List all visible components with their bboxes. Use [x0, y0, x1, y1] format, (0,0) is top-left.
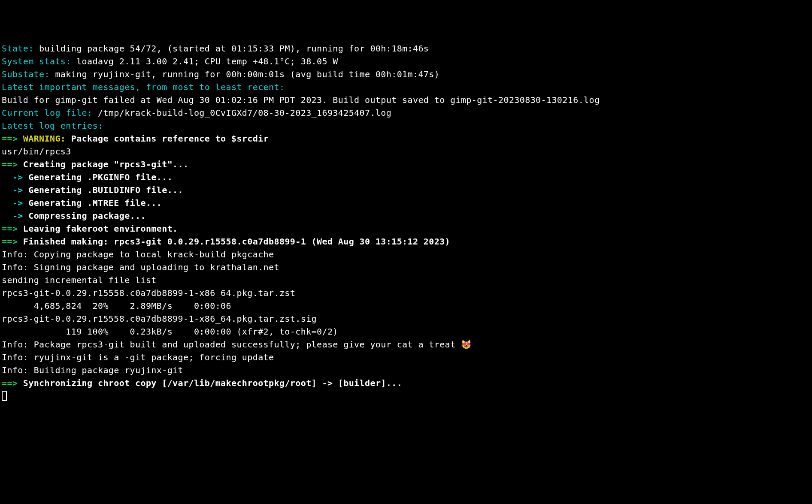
sending-list: sending incremental file list — [2, 275, 157, 285]
cursor-icon — [2, 391, 7, 401]
compressing: Compressing package... — [23, 211, 146, 221]
warning-text: Package contains reference to $srcdir — [66, 133, 269, 144]
creating-package: Creating package "rpcs3-git"... — [18, 159, 188, 169]
srcdir-file: usr/bin/rpcs3 — [2, 146, 71, 157]
current-log-file-label: Current log file: — [2, 108, 93, 118]
info-building: Info: Building package ryujinx-git — [2, 365, 183, 375]
system-stats-value: loadavg 2.11 3.00 2.41; CPU temp +48.1°C… — [71, 56, 338, 66]
arrow-icon: ==> — [2, 223, 18, 234]
gen-pkginfo: Generating .PKGINFO file... — [23, 172, 173, 182]
latest-important-label: Latest important messages, from most to … — [2, 82, 285, 92]
system-stats-label: System stats: — [2, 56, 71, 66]
state-value: building package 54/72, (started at 01:1… — [34, 43, 429, 54]
finished-making: Finished making: rpcs3-git 0.0.29.r15558… — [18, 236, 450, 247]
substate-value: making ryujinx-git, running for 00h:00m:… — [50, 69, 439, 79]
info-signing: Info: Signing package and uploading to k… — [2, 262, 279, 272]
fail-message: Build for gimp-git failed at Wed Aug 30 … — [2, 95, 600, 105]
sub-arrow-icon: -> — [2, 198, 23, 208]
arrow-icon: ==> — [2, 236, 18, 247]
sub-arrow-icon: -> — [2, 211, 23, 221]
state-label: State: — [2, 43, 34, 54]
cat-emoji-icon: 😻 — [461, 339, 472, 350]
terminal-output: State: building package 54/72, (started … — [2, 42, 810, 402]
rsync-file-2-stats: 119 100% 0.23kB/s 0:00:00 (xfr#2, to-chk… — [2, 326, 338, 337]
warning-label: WARNING: — [18, 133, 66, 144]
info-copying: Info: Copying package to local krack-bui… — [2, 249, 274, 260]
info-ryujinx-git: Info: ryujinx-git is a -git package; for… — [2, 352, 274, 362]
arrow-icon: ==> — [2, 133, 18, 144]
substate-label: Substate: — [2, 69, 50, 79]
rsync-file-1-stats: 4,685,824 20% 2.89MB/s 0:00:06 — [2, 301, 231, 311]
rsync-file-1: rpcs3-git-0.0.29.r15558.c0a7db8899-1-x86… — [2, 288, 295, 298]
sync-chroot: Synchronizing chroot copy [/var/lib/make… — [18, 378, 402, 388]
current-log-file-value: /tmp/krack-build-log_0CvIGXd7/08-30-2023… — [93, 108, 392, 118]
leaving-fakeroot: Leaving fakeroot environment. — [18, 223, 178, 234]
rsync-file-2: rpcs3-git-0.0.29.r15558.c0a7db8899-1-x86… — [2, 314, 317, 324]
latest-log-entries-label: Latest log entries: — [2, 121, 103, 131]
info-built: Info: Package rpcs3-git built and upload… — [2, 339, 461, 350]
sub-arrow-icon: -> — [2, 172, 23, 182]
gen-buildinfo: Generating .BUILDINFO file... — [23, 185, 183, 195]
gen-mtree: Generating .MTREE file... — [23, 198, 162, 208]
sub-arrow-icon: -> — [2, 185, 23, 195]
arrow-icon: ==> — [2, 378, 18, 388]
arrow-icon: ==> — [2, 159, 18, 169]
